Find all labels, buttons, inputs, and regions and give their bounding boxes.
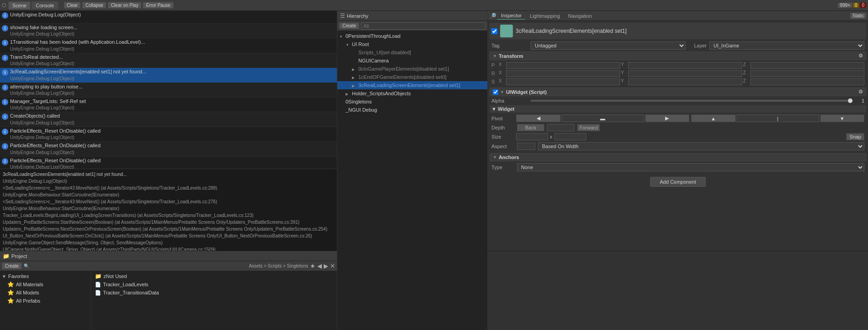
pivot-vmid-btn[interactable]: | — [737, 114, 819, 122]
transform-rotation-row: R X 0 Y 0 Z 0 — [490, 69, 866, 77]
project-toolbar: Create 🔍 Assets > Scripts > Singletons ★… — [0, 261, 337, 271]
log-item[interactable]: ishowing fake loading screen...UnityEngi… — [0, 24, 337, 38]
stack-trace-line: UnityEngine.Debug:Log(Object) — [3, 178, 334, 185]
scale-y-input[interactable]: 1 — [628, 78, 742, 85]
log-icon-info: i — [2, 55, 8, 61]
tree-item-label: Scripts_UI[set disabled] — [358, 50, 411, 55]
add-component-button[interactable]: Add Component — [650, 177, 706, 187]
alpha-value: 1 — [855, 98, 864, 103]
size-x-input[interactable]: 1000 — [516, 133, 548, 140]
transform-section-header[interactable]: ▼ Transform ⚙ — [490, 52, 866, 60]
project-right-panel: 📁 zNot Used 📄 Tracker_LoadLevels 📄 Track… — [91, 271, 337, 330]
log-item[interactable]: iParticleEffects_Reset OnDisable() calle… — [0, 127, 337, 142]
log-item[interactable]: iParticleEffects_Reset OnDisable() calle… — [0, 142, 337, 156]
clear-on-play-button[interactable]: Clear on Play — [108, 2, 141, 9]
hierarchy-tree-item[interactable]: 0PersistentThroughLoad — [337, 32, 487, 40]
project-close-button[interactable]: ✕ — [330, 263, 335, 269]
hierarchy-tree-item[interactable]: NGUICamera — [337, 57, 487, 65]
tree-item-label: 0PersistentThroughLoad — [346, 33, 400, 39]
scale-x-input[interactable]: 1 — [506, 78, 620, 85]
hierarchy-tree-item[interactable]: _NGUI Debug — [337, 106, 487, 114]
collapse-button[interactable]: Collapse — [82, 2, 106, 9]
project-all-models[interactable]: ⭐ All Models — [0, 289, 91, 297]
log-item[interactable]: iattempting to play button noise...Unity… — [0, 83, 337, 98]
hierarchy-create-button[interactable]: Create — [339, 22, 359, 29]
widget-settings-icon[interactable]: ⚙ — [858, 89, 863, 95]
pivot-right-btn[interactable]: ▶ — [645, 114, 690, 122]
log-item[interactable]: i1Transitional has been loaded (with App… — [0, 38, 337, 53]
scene-tab[interactable]: Scene — [8, 1, 31, 10]
anchors-section-header[interactable]: ▼ Anchors — [490, 153, 866, 161]
pivot-up-btn[interactable]: ▲ — [691, 114, 736, 122]
project-tracker-transitionaldata[interactable]: 📄 Tracker_TransitionalData — [93, 289, 335, 297]
tag-select[interactable]: Untagged — [531, 41, 686, 50]
depth-back-button[interactable]: Back — [517, 124, 544, 131]
project-all-prefabs[interactable]: ⭐ All Prefabs — [0, 297, 91, 305]
pivot-center-btn[interactable]: ▬ — [562, 114, 644, 122]
widget-enabled-checkbox[interactable] — [493, 89, 498, 95]
rot-y-input[interactable]: 0 — [628, 70, 742, 77]
log-item[interactable]: i3cRealLoadingScreenElements[enabled set… — [0, 68, 337, 82]
pos-x-input[interactable]: 0 — [506, 62, 620, 69]
snap-button[interactable]: Snap — [846, 133, 864, 140]
project-create-button[interactable]: Create — [2, 263, 22, 269]
anchors-type-select[interactable]: None — [517, 163, 864, 171]
project-back-button[interactable]: ◀ — [317, 263, 322, 269]
hierarchy-tree-item[interactable]: Scripts_UI[set disabled] — [337, 48, 487, 57]
aspect-mode-select[interactable]: Based On Width — [538, 142, 864, 150]
size-y-input[interactable]: 1000 — [554, 133, 586, 140]
pos-y-input[interactable]: 0 — [628, 62, 742, 69]
console-tab[interactable]: Console — [31, 1, 58, 10]
depth-input[interactable]: 0 — [547, 124, 574, 131]
log-item[interactable]: iTransToReal detected...UnityEngine.Debu… — [0, 53, 337, 68]
main-layout: iUnityEngine.Debug:Log(Object)ishowing f… — [0, 11, 868, 251]
aspect-label: Aspect — [491, 144, 514, 149]
object-enabled-checkbox[interactable] — [491, 28, 497, 34]
hierarchy-tree-item[interactable]: 0Singletons — [337, 98, 487, 106]
tree-item-label: 3cRealLoadingScreenElements[enabled set1… — [358, 82, 460, 88]
inspector-tab[interactable]: Inspector — [497, 12, 525, 20]
log-icon-info: i — [2, 40, 8, 46]
log-item[interactable]: iParticleEffects_Reset OnDisable() calle… — [0, 157, 337, 169]
aspect-input[interactable]: 1 — [517, 143, 535, 150]
log-sub: UnityEngine.Debug:Log(Object) — [10, 76, 335, 82]
error-pause-button[interactable]: Error Pause — [143, 2, 173, 9]
navigation-tab[interactable]: Navigation — [564, 12, 595, 20]
alpha-slider[interactable] — [531, 100, 852, 102]
rotation-label: R — [491, 71, 497, 76]
log-icon-info: i — [2, 12, 8, 19]
transform-settings-icon[interactable]: ⚙ — [858, 53, 863, 59]
clear-button[interactable]: Clear — [64, 2, 81, 9]
project-star-button[interactable]: ★ — [310, 263, 315, 269]
rot-z-label: Z — [743, 70, 749, 77]
project-tracker-loadlevels[interactable]: 📄 Tracker_LoadLevels — [93, 280, 335, 289]
hierarchy-tree-item[interactable]: 1cEndOFGameElements[disabled set0] — [337, 73, 487, 81]
inspector-top-tabs: 🔎 Inspector Lightmapping Navigation Stat… — [488, 11, 868, 21]
pivot-down-btn[interactable]: ▼ — [820, 114, 865, 122]
project-forward-button[interactable]: ▶ — [324, 263, 328, 269]
rotation-xyz: X 0 Y 0 Z 0 — [499, 70, 864, 77]
layer-select[interactable]: UI_InGame — [709, 41, 864, 50]
hierarchy-tree-item[interactable]: 0cInGamePlayerElements[disabled set1] — [337, 65, 487, 73]
hierarchy-tree-item[interactable]: Holder_ScriptsAndObjects — [337, 89, 487, 98]
log-item[interactable]: iManager_TargetLists: Self-Ref setUnityE… — [0, 98, 337, 112]
widget-section-header[interactable]: ▼ UIWidget (Script) ⚙ — [490, 88, 866, 96]
depth-forward-button[interactable]: Forward — [577, 124, 600, 131]
tree-item-label: NGUICamera — [358, 58, 389, 63]
rot-z-input[interactable]: 0 — [750, 70, 864, 77]
log-item[interactable]: iCreateObjects() calledUnityEngine.Debug… — [0, 112, 337, 127]
lightmapping-tab[interactable]: Lightmapping — [526, 12, 563, 20]
hierarchy-tree-item[interactable]: 3cRealLoadingScreenElements[enabled set1… — [337, 81, 487, 89]
pivot-left-btn[interactable]: ◀ — [516, 114, 561, 122]
console-log-list[interactable]: iUnityEngine.Debug:Log(Object)ishowing f… — [0, 11, 337, 169]
pos-z-input[interactable]: 0 — [750, 62, 864, 69]
scale-z-input[interactable]: 1 — [750, 78, 864, 85]
project-all-materials[interactable]: ⭐ All Materials — [0, 280, 91, 289]
rot-x-input[interactable]: 0 — [506, 70, 620, 77]
project-znot-used[interactable]: 📁 zNot Used — [93, 272, 335, 280]
hierarchy-tree-item[interactable]: UI Root — [337, 40, 487, 48]
log-main: attempting to play button noise... — [10, 83, 335, 90]
log-item[interactable]: iUnityEngine.Debug:Log(Object) — [0, 11, 337, 24]
tree-item-label: _NGUI Debug — [346, 107, 377, 113]
hierarchy-search-input[interactable] — [361, 22, 486, 30]
